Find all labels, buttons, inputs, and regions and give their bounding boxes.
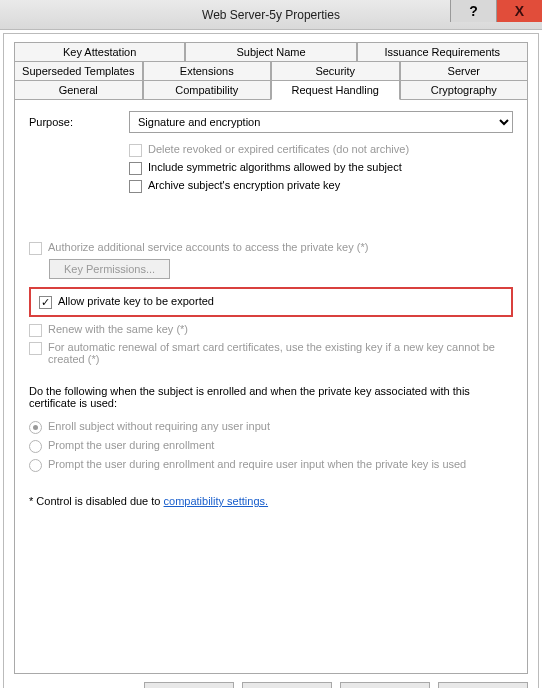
- tab-security[interactable]: Security: [271, 61, 400, 81]
- archive-key-label: Archive subject's encryption private key: [148, 179, 340, 191]
- compatibility-settings-link[interactable]: compatibility settings.: [164, 495, 269, 507]
- delete-revoked-label: Delete revoked or expired certificates (…: [148, 143, 409, 155]
- include-symmetric-checkbox[interactable]: [129, 162, 142, 175]
- radio-prompt-enroll-use: [29, 459, 42, 472]
- delete-revoked-checkbox: [129, 144, 142, 157]
- highlight-box: Allow private key to be exported: [29, 287, 513, 317]
- auto-renew-label: For automatic renewal of smart card cert…: [48, 341, 513, 365]
- key-permissions-button: Key Permissions...: [49, 259, 170, 279]
- tab-strip: Key Attestation Subject Name Issuance Re…: [14, 42, 528, 99]
- tab-compatibility[interactable]: Compatibility: [143, 80, 272, 100]
- purpose-select[interactable]: Signature and encryption: [129, 111, 513, 133]
- help-button[interactable]: ?: [450, 0, 496, 22]
- tab-key-attestation[interactable]: Key Attestation: [14, 42, 185, 62]
- authorize-accounts-label: Authorize additional service accounts to…: [48, 241, 368, 253]
- tab-server[interactable]: Server: [400, 61, 529, 81]
- radio-prompt-enroll-label: Prompt the user during enrollment: [48, 439, 214, 451]
- apply-button[interactable]: Apply: [340, 682, 430, 688]
- tab-issuance-requirements[interactable]: Issuance Requirements: [357, 42, 528, 62]
- tab-request-handling[interactable]: Request Handling: [271, 80, 400, 100]
- tab-general[interactable]: General: [14, 80, 143, 100]
- tab-subject-name[interactable]: Subject Name: [185, 42, 356, 62]
- radio-prompt-enroll-use-label: Prompt the user during enrollment and re…: [48, 458, 466, 470]
- radio-enroll-noinput: [29, 421, 42, 434]
- renew-same-key-label: Renew with the same key (*): [48, 323, 188, 335]
- dialog-button-row: OK Cancel Apply Help: [14, 674, 528, 688]
- authorize-accounts-checkbox: [29, 242, 42, 255]
- footnote: * Control is disabled due to compatibili…: [29, 495, 513, 507]
- tab-extensions[interactable]: Extensions: [143, 61, 272, 81]
- renew-same-key-checkbox: [29, 324, 42, 337]
- archive-key-checkbox[interactable]: [129, 180, 142, 193]
- tab-cryptography[interactable]: Cryptography: [400, 80, 529, 100]
- cancel-button[interactable]: Cancel: [242, 682, 332, 688]
- do-following-text: Do the following when the subject is enr…: [29, 385, 513, 409]
- dialog-body: Key Attestation Subject Name Issuance Re…: [3, 33, 539, 688]
- auto-renew-checkbox: [29, 342, 42, 355]
- radio-enroll-noinput-label: Enroll subject without requiring any use…: [48, 420, 270, 432]
- close-button[interactable]: X: [496, 0, 542, 22]
- tab-superseded-templates[interactable]: Superseded Templates: [14, 61, 143, 81]
- tab-content: Purpose: Signature and encryption Delete…: [14, 99, 528, 674]
- help-button-bottom[interactable]: Help: [438, 682, 528, 688]
- include-symmetric-label: Include symmetric algorithms allowed by …: [148, 161, 402, 173]
- allow-export-label: Allow private key to be exported: [58, 295, 214, 307]
- allow-export-checkbox[interactable]: [39, 296, 52, 309]
- purpose-label: Purpose:: [29, 116, 129, 128]
- ok-button[interactable]: OK: [144, 682, 234, 688]
- titlebar: Web Server-5y Properties ? X: [0, 0, 542, 30]
- radio-prompt-enroll: [29, 440, 42, 453]
